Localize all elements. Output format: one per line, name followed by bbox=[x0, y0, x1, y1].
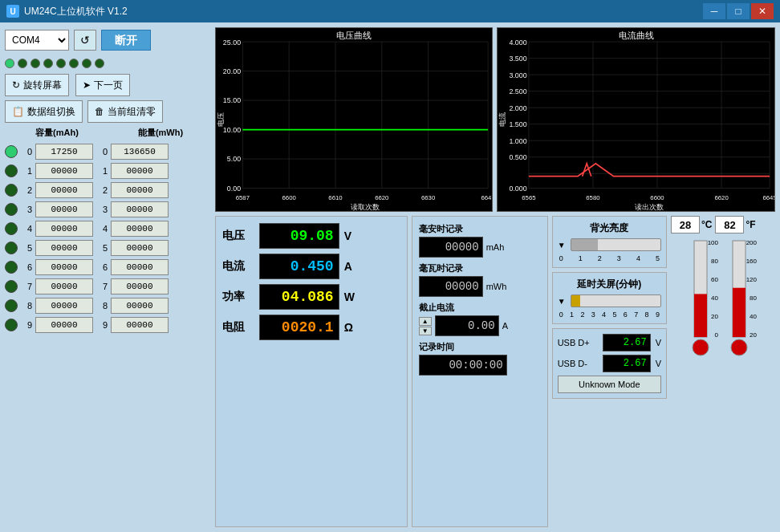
right-inner-panel: 背光亮度 ▼ 0 1 2 3 4 5 延时关 bbox=[552, 216, 667, 527]
energy-row-num-7: 7 bbox=[96, 282, 108, 291]
celsius-thermo-svg: 100 80 60 40 20 0 bbox=[688, 237, 720, 357]
disconnect-button[interactable]: 断开 bbox=[101, 30, 151, 51]
current-chart: 电流曲线 bbox=[497, 27, 775, 212]
energy-input-6[interactable] bbox=[111, 259, 169, 275]
svg-text:60: 60 bbox=[711, 276, 718, 283]
current-display: 0.450 bbox=[259, 254, 339, 279]
celsius-unit: °C bbox=[701, 219, 712, 230]
row-indicator-9 bbox=[5, 319, 18, 331]
fahrenheit-unit: °F bbox=[745, 219, 755, 230]
unknown-mode-button[interactable]: Unknown Mode bbox=[558, 376, 661, 393]
current-chart-title: 电流曲线 bbox=[498, 30, 774, 42]
switch-data-button[interactable]: 📋 数据组切换 bbox=[5, 100, 83, 123]
voltage-row: 电压 09.08 V bbox=[222, 223, 400, 249]
dot-3 bbox=[43, 59, 53, 68]
main-content: COM4 ↺ 断开 ↻ 旋转屏幕 ➤ 下一页 bbox=[0, 22, 780, 532]
svg-text:6647: 6647 bbox=[481, 194, 492, 201]
row-indicator-1 bbox=[5, 164, 18, 177]
capacity-input-0[interactable] bbox=[35, 144, 93, 160]
row-indicator-6 bbox=[5, 261, 18, 274]
rotate-screen-button[interactable]: ↻ 旋转屏幕 bbox=[5, 74, 69, 96]
cutoff-down-button[interactable]: ▼ bbox=[419, 327, 432, 335]
temp-displays: 28 °C 82 °F bbox=[671, 216, 775, 234]
power-display: 04.086 bbox=[259, 284, 339, 310]
left-panel: COM4 ↺ 断开 ↻ 旋转屏幕 ➤ 下一页 bbox=[5, 27, 210, 527]
row-num-4: 4 bbox=[21, 224, 32, 234]
capacity-input-4[interactable] bbox=[35, 221, 93, 237]
energy-row-num-8: 8 bbox=[96, 301, 108, 311]
delay-title: 延时关屏(分钟) bbox=[558, 278, 661, 291]
capacity-input-1[interactable] bbox=[35, 163, 93, 179]
energy-input-1[interactable] bbox=[111, 163, 169, 179]
capacity-input-5[interactable] bbox=[35, 240, 93, 256]
energy-input-3[interactable] bbox=[111, 201, 169, 217]
delay-labels: 0 1 2 3 4 5 6 7 8 9 bbox=[558, 311, 661, 319]
data-row-7: 77 bbox=[5, 278, 210, 295]
capacity-input-6[interactable] bbox=[35, 259, 93, 275]
energy-input-4[interactable] bbox=[111, 221, 169, 237]
measurements-row: 电压 09.08 V 电流 0.450 A 功率 04.086 bbox=[215, 216, 775, 527]
svg-text:2.000: 2.000 bbox=[510, 104, 527, 112]
energy-row-num-9: 9 bbox=[96, 320, 108, 330]
backlight-panel: 背光亮度 ▼ 0 1 2 3 4 5 bbox=[552, 216, 667, 268]
refresh-button[interactable]: ↺ bbox=[74, 30, 96, 51]
energy-row-num-6: 6 bbox=[96, 262, 108, 272]
energy-row-num-1: 1 bbox=[96, 166, 108, 176]
svg-text:6630: 6630 bbox=[421, 194, 436, 201]
svg-text:80: 80 bbox=[711, 258, 718, 265]
capacity-input-9[interactable] bbox=[35, 317, 93, 333]
next-page-button[interactable]: ➤ 下一页 bbox=[75, 74, 130, 96]
delay-slider-track[interactable] bbox=[571, 294, 661, 307]
clear-current-button[interactable]: 🗑 当前组清零 bbox=[87, 100, 163, 123]
arrow-icon: ➤ bbox=[83, 79, 91, 91]
time-display: 00:00:00 bbox=[419, 355, 507, 376]
energy-input-7[interactable] bbox=[111, 278, 169, 294]
energy-input-0[interactable] bbox=[111, 144, 169, 160]
svg-text:读取次数: 读取次数 bbox=[351, 203, 380, 211]
energy-input-5[interactable] bbox=[111, 240, 169, 256]
svg-rect-67 bbox=[694, 294, 707, 337]
maximize-button[interactable]: □ bbox=[727, 3, 750, 19]
dot-1 bbox=[18, 59, 27, 68]
power-unit: W bbox=[344, 290, 355, 303]
current-row: 电流 0.450 A bbox=[222, 254, 400, 279]
energy-row-num-3: 3 bbox=[96, 205, 108, 214]
energy-col-header: 能量(mWh) bbox=[120, 127, 201, 139]
fahrenheit-thermo: 200 160 120 80 40 20 bbox=[726, 237, 758, 357]
energy-input-8[interactable] bbox=[111, 298, 169, 314]
capacity-input-8[interactable] bbox=[35, 298, 93, 314]
svg-text:6645: 6645 bbox=[763, 194, 774, 201]
svg-text:120: 120 bbox=[746, 276, 758, 283]
capacity-input-3[interactable] bbox=[35, 201, 93, 217]
svg-text:20: 20 bbox=[750, 331, 757, 339]
fahrenheit-thermo-svg: 200 160 120 80 40 20 bbox=[726, 237, 758, 357]
energy-input-2[interactable] bbox=[111, 182, 169, 198]
mah-unit: mAh bbox=[486, 242, 505, 252]
row-num-7: 7 bbox=[21, 282, 32, 291]
usb-dp-row: USB D+ 2.67 V bbox=[558, 334, 661, 351]
voltage-chart: 电压曲线 bbox=[215, 27, 494, 212]
svg-text:6620: 6620 bbox=[375, 194, 389, 201]
voltage-chart-title: 电压曲线 bbox=[216, 30, 493, 42]
current-label: 电流 bbox=[222, 259, 254, 274]
app-icon: U bbox=[6, 5, 19, 18]
row-num-0: 0 bbox=[21, 147, 32, 156]
cutoff-up-button[interactable]: ▲ bbox=[419, 317, 432, 326]
cutoff-stepper: ▲ ▼ bbox=[419, 317, 432, 335]
close-button[interactable]: ✕ bbox=[751, 3, 774, 19]
backlight-slider-track[interactable] bbox=[571, 238, 661, 251]
usb-dm-label: USB D- bbox=[558, 359, 598, 368]
energy-input-9[interactable] bbox=[111, 317, 169, 333]
com-port-select[interactable]: COM4 bbox=[5, 30, 69, 51]
capacity-input-2[interactable] bbox=[35, 182, 93, 198]
charts-row: 电压曲线 bbox=[215, 27, 775, 212]
capacity-input-7[interactable] bbox=[35, 278, 93, 294]
energy-row-num-2: 2 bbox=[96, 185, 108, 195]
resistance-label: 电阻 bbox=[222, 320, 254, 335]
voltage-chart-svg: 25.00 20.00 15.00 10.00 5.00 0.00 6587 6… bbox=[216, 28, 493, 211]
voltage-unit: V bbox=[344, 229, 351, 242]
minimize-button[interactable]: ─ bbox=[703, 3, 725, 19]
row-num-8: 8 bbox=[21, 301, 32, 311]
svg-text:电压: 电压 bbox=[217, 112, 225, 127]
thermo-panel: 28 °C 82 °F 100 80 bbox=[671, 216, 775, 527]
